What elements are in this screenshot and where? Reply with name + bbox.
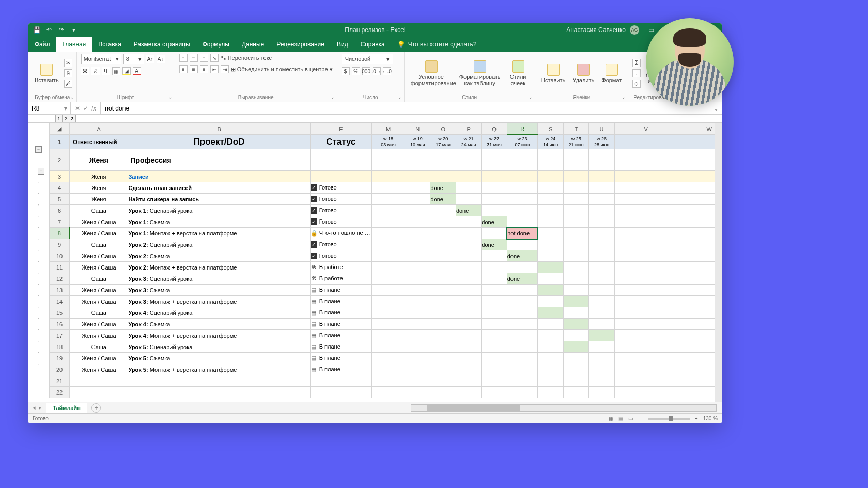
- col-header-M[interactable]: M: [372, 123, 405, 135]
- gantt-cell[interactable]: done: [456, 205, 481, 216]
- row-header-22[interactable]: 22: [50, 387, 70, 398]
- col-header-O[interactable]: O: [430, 123, 456, 135]
- gantt-cell[interactable]: [538, 307, 563, 319]
- qat-custom-icon[interactable]: ▾: [70, 26, 78, 34]
- formula-input[interactable]: not done: [101, 105, 710, 112]
- indent-inc-icon[interactable]: ⇥: [221, 65, 229, 73]
- border-icon[interactable]: ▦: [112, 67, 120, 75]
- merge-center-button[interactable]: ⊞ Объединить и поместить в центре ▾: [231, 66, 333, 73]
- col-header-V[interactable]: V: [614, 123, 677, 135]
- decrease-font-icon[interactable]: A↓: [157, 55, 165, 63]
- col-header-S[interactable]: S: [538, 123, 563, 135]
- gantt-cell[interactable]: not done: [507, 228, 538, 239]
- row-header-15[interactable]: 15: [50, 307, 70, 319]
- tab-Справка[interactable]: Справка: [354, 37, 391, 52]
- row-header-14[interactable]: 14: [50, 296, 70, 307]
- row-header-11[interactable]: 11: [50, 262, 70, 273]
- zoom-out-icon[interactable]: —: [638, 416, 643, 421]
- col-header-P[interactable]: P: [456, 123, 481, 135]
- format-cells-button[interactable]: Формат: [599, 62, 624, 84]
- wrap-text-button[interactable]: ⭾ Переносить текст: [221, 55, 275, 61]
- view-normal-icon[interactable]: ▦: [609, 416, 613, 421]
- outline-level-1[interactable]: 1: [55, 115, 63, 122]
- tab-Данные[interactable]: Данные: [236, 37, 270, 52]
- tab-Вставка[interactable]: Вставка: [92, 37, 128, 52]
- gantt-cell[interactable]: done: [430, 182, 456, 194]
- gantt-cell[interactable]: [538, 262, 563, 273]
- gantt-cell[interactable]: [563, 319, 588, 330]
- tab-Формулы[interactable]: Формулы: [196, 37, 236, 52]
- gantt-cell[interactable]: [563, 341, 588, 353]
- ribbon-display-icon[interactable]: ▭: [643, 26, 659, 34]
- cond-format-button[interactable]: Условное форматирование: [409, 59, 454, 87]
- row-header-1[interactable]: 1: [50, 135, 70, 149]
- row-header-21[interactable]: 21: [50, 375, 70, 387]
- fill-icon[interactable]: ↓: [632, 69, 641, 77]
- save-icon[interactable]: 💾: [33, 26, 41, 34]
- gantt-cell[interactable]: [538, 285, 563, 296]
- align-top-icon[interactable]: ≡: [179, 54, 188, 62]
- orientation-icon[interactable]: ⤡: [210, 54, 219, 62]
- zoom-in-icon[interactable]: +: [695, 416, 698, 421]
- outline-gutter[interactable]: − −·················: [28, 123, 49, 402]
- gantt-cell[interactable]: done: [507, 273, 538, 285]
- spreadsheet-grid[interactable]: ◢ABEMNOPQRSTUVW 1ОтветственныйПроект/DoD…: [49, 123, 715, 398]
- gantt-cell[interactable]: done: [430, 194, 456, 205]
- align-middle-icon[interactable]: ≡: [190, 54, 198, 62]
- col-header-U[interactable]: U: [589, 123, 614, 135]
- row-header-3[interactable]: 3: [50, 171, 70, 182]
- row-header-6[interactable]: 6: [50, 205, 70, 216]
- add-sheet-icon[interactable]: +: [91, 403, 101, 413]
- format-table-button[interactable]: Форматировать как таблицу: [457, 59, 503, 87]
- select-all-corner[interactable]: ◢: [50, 123, 70, 135]
- row-header-7[interactable]: 7: [50, 216, 70, 228]
- dec-decimal-icon[interactable]: ←.0: [383, 67, 391, 75]
- col-header-T[interactable]: T: [563, 123, 588, 135]
- col-header-A[interactable]: A: [70, 123, 128, 135]
- autosum-icon[interactable]: Σ: [632, 59, 641, 67]
- tab-Главная[interactable]: Главная: [56, 37, 92, 52]
- row-header-19[interactable]: 19: [50, 353, 70, 364]
- percent-icon[interactable]: %: [352, 67, 360, 75]
- underline-icon[interactable]: Ч: [102, 67, 110, 75]
- fill-color-icon[interactable]: ◢: [122, 67, 131, 75]
- italic-icon[interactable]: К: [91, 67, 100, 75]
- col-header-R[interactable]: R: [507, 123, 538, 135]
- gantt-cell[interactable]: done: [507, 250, 538, 262]
- align-left-icon[interactable]: ≡: [179, 65, 188, 73]
- view-break-icon[interactable]: ▭: [628, 416, 633, 421]
- font-color-icon[interactable]: A: [133, 67, 141, 75]
- zoom-level[interactable]: 130 %: [703, 416, 718, 421]
- gantt-cell[interactable]: [563, 296, 588, 307]
- row-header-18[interactable]: 18: [50, 341, 70, 353]
- tab-Разметка страницы[interactable]: Разметка страницы: [128, 37, 196, 52]
- sheet-tab-timeline[interactable]: Таймлайн: [46, 403, 87, 413]
- user-avatar[interactable]: АС: [630, 25, 639, 35]
- cut-icon[interactable]: ✂: [64, 59, 72, 67]
- row-header-12[interactable]: 12: [50, 273, 70, 285]
- expand-formula-icon[interactable]: ⌄: [710, 105, 722, 112]
- zoom-slider[interactable]: [648, 418, 690, 420]
- clear-icon[interactable]: ◇: [632, 80, 641, 88]
- gantt-cell[interactable]: [589, 330, 614, 341]
- delete-cells-button[interactable]: Удалить: [570, 62, 596, 84]
- outline-level-2[interactable]: 2: [62, 115, 69, 122]
- copy-icon[interactable]: ⎘: [64, 69, 72, 77]
- gantt-cell[interactable]: done: [482, 216, 507, 228]
- tell-me-search[interactable]: 💡Что вы хотите сделать?: [391, 37, 483, 52]
- row-header-8[interactable]: 8: [50, 228, 70, 239]
- inc-decimal-icon[interactable]: .0→: [373, 67, 381, 75]
- paste-button[interactable]: Вставить: [33, 62, 61, 84]
- cell-styles-button[interactable]: Стили ячеек: [506, 59, 531, 87]
- increase-font-icon[interactable]: A↑: [146, 55, 154, 63]
- col-header-B[interactable]: B: [128, 123, 310, 135]
- row-header-5[interactable]: 5: [50, 194, 70, 205]
- sheet-nav-last-icon[interactable]: ▸: [39, 404, 42, 411]
- comma-icon[interactable]: 000: [362, 67, 370, 75]
- cancel-formula-icon[interactable]: ✕: [75, 105, 80, 112]
- view-layout-icon[interactable]: ▤: [618, 416, 623, 421]
- vertical-scrollbar[interactable]: [715, 123, 722, 402]
- row-header-16[interactable]: 16: [50, 319, 70, 330]
- fx-icon[interactable]: fx: [91, 105, 96, 112]
- undo-icon[interactable]: ↶: [45, 26, 53, 34]
